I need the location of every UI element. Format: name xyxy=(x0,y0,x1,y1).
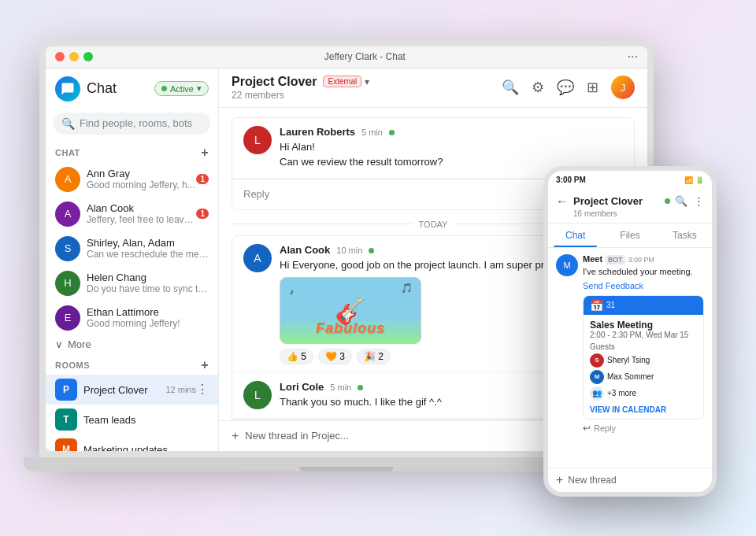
room-name: Marketing updates xyxy=(83,444,168,451)
room-info: Team leads xyxy=(83,412,209,427)
phone-header: ← Project Clover 🔍 ⋮ 16 members xyxy=(548,190,712,224)
chat-item-preview: Can we reschedule the meeti... xyxy=(87,249,209,260)
card-date: 31 xyxy=(606,301,615,309)
sidebar: Chat Active ▾ 🔍 Find people, rooms, bots… xyxy=(46,68,219,451)
online-indicator xyxy=(389,130,395,135)
phone-time: 3:00 PM xyxy=(556,176,586,184)
guests-label: Guests xyxy=(590,342,697,351)
phone-title-row: ← Project Clover 🔍 ⋮ xyxy=(556,194,704,209)
chat-icon[interactable]: 💬 xyxy=(557,79,574,96)
view-calendar-link[interactable]: VIEW IN CALENDAR xyxy=(590,405,697,414)
phone-member-count: 16 members xyxy=(556,209,704,218)
settings-icon[interactable]: ⚙ xyxy=(532,79,544,96)
message-avatar: L xyxy=(243,381,272,409)
close-button[interactable] xyxy=(55,52,65,61)
phone-status-icons: 📶 🔋 xyxy=(684,176,704,184)
send-feedback-link[interactable]: Send Feedback xyxy=(583,281,643,290)
chat-item-name: Alan Cook xyxy=(87,202,196,214)
add-chat-button[interactable]: + xyxy=(201,146,209,160)
new-thread-icon: + xyxy=(232,429,239,443)
message-sender: Alan Cook xyxy=(280,244,330,256)
chat-item-name: Shirley, Alan, Adam xyxy=(87,237,209,249)
reply-icon: ↩ xyxy=(583,423,591,434)
chat-header: Project Clover External ▾ 22 members 🔍 ⚙… xyxy=(219,68,647,108)
app-title: Chat xyxy=(87,80,117,97)
reaction-thumbs-up[interactable]: 👍 5 xyxy=(280,349,313,364)
chat-item-alan-cook[interactable]: A Alan Cook Jeffery, feel free to leave.… xyxy=(46,197,218,231)
more-chats-button[interactable]: ∨ More xyxy=(46,335,218,353)
window-menu[interactable]: ··· xyxy=(628,50,638,64)
avatar: A xyxy=(55,167,80,192)
status-badge[interactable]: Active ▾ xyxy=(154,81,209,96)
title-bar: Jeffery Clark - Chat ··· xyxy=(46,46,647,68)
room-info: Marketing updates xyxy=(83,442,209,451)
music-note-icon: 🎵 xyxy=(401,283,413,294)
room-info: Project Clover xyxy=(83,383,165,397)
guest-name: Sheryl Tsing xyxy=(607,356,650,364)
chat-item-shirley-group[interactable]: S Shirley, Alan, Adam Can we reschedule … xyxy=(46,231,218,266)
phone-online-dot xyxy=(665,198,670,204)
room-project-clover[interactable]: P Project Clover 12 mins ⋮ xyxy=(46,375,218,405)
phone-card-header: 📅 31 xyxy=(584,296,703,315)
message-sender: Lori Cole xyxy=(280,381,324,393)
phone-tab-files[interactable]: Files xyxy=(602,224,657,247)
phone-msg-text: I've scheduled your meeting. xyxy=(583,266,704,278)
unread-badge: 1 xyxy=(196,209,209,219)
new-thread-label: New thread in Projec... xyxy=(245,430,349,442)
room-icon: T xyxy=(55,408,77,431)
room-marketing[interactable]: M Marketing updates xyxy=(46,434,218,451)
reaction-heart[interactable]: 🧡 3 xyxy=(318,349,352,364)
phone-msg-sender: Meet xyxy=(583,254,602,264)
chat-item-ethan-lattimore[interactable]: E Ethan Lattimore Good morning Jeffery! xyxy=(46,301,218,335)
card-title: Sales Meeting xyxy=(590,320,697,331)
phone-reply-row: ↩ Reply xyxy=(583,420,704,437)
phone-message-bot: M Meet BOT 3:00 PM I've scheduled your m… xyxy=(556,254,704,437)
phone-messages[interactable]: M Meet BOT 3:00 PM I've scheduled your m… xyxy=(548,248,712,468)
message-text: Hi Alan!Can we review the result tomorro… xyxy=(280,139,623,170)
more-guests-icon: 👥 xyxy=(590,386,604,401)
phone-search-icon[interactable]: 🔍 xyxy=(675,195,687,207)
room-icon: P xyxy=(55,379,77,401)
back-icon[interactable]: ← xyxy=(556,194,569,209)
window-title: Jeffery Clark - Chat xyxy=(102,51,628,62)
maximize-button[interactable] xyxy=(83,52,93,61)
chat-item-helen-chang[interactable]: H Helen Chang Do you have time to sync t… xyxy=(46,266,218,301)
chat-item-name: Ann Gray xyxy=(87,168,196,179)
add-room-button[interactable]: + xyxy=(201,358,209,372)
chat-section-label: CHAT + xyxy=(46,141,218,162)
room-team-leads[interactable]: T Team leads xyxy=(46,405,218,434)
phone-room-name: Project Clover xyxy=(573,195,660,207)
user-avatar[interactable]: J xyxy=(611,76,635,99)
more-guests-count: +3 more xyxy=(607,389,636,397)
reaction-party[interactable]: 🎉 2 xyxy=(357,349,391,364)
avatar: S xyxy=(55,236,80,261)
grid-icon[interactable]: ⊞ xyxy=(587,79,598,96)
room-time: 12 mins xyxy=(165,385,196,394)
search-icon[interactable]: 🔍 xyxy=(502,79,519,96)
phone-new-thread-label[interactable]: New thread xyxy=(568,475,616,486)
chat-item-ann-gray[interactable]: A Ann Gray Good morning Jeffery, h... 1 xyxy=(46,162,218,197)
search-bar[interactable]: 🔍 Find people, rooms, bots xyxy=(54,113,210,135)
music-note-icon-2: ♪ xyxy=(290,287,294,296)
room-dropdown-icon[interactable]: ▾ xyxy=(365,76,369,87)
minimize-button[interactable] xyxy=(69,52,79,61)
chat-item-info: Ethan Lattimore Good morning Jeffery! xyxy=(87,306,209,329)
phone-card-body: Sales Meeting 2:00 - 2:30 PM, Wed Mar 15… xyxy=(584,315,703,419)
room-name: Project Clover xyxy=(83,384,148,396)
chat-item-info: Ann Gray Good morning Jeffery, h... xyxy=(87,168,196,190)
room-menu-icon[interactable]: ⋮ xyxy=(196,382,209,397)
message-avatar: L xyxy=(243,126,272,154)
room-title-section: Project Clover External ▾ 22 members xyxy=(232,75,369,101)
new-thread-plus-icon[interactable]: + xyxy=(556,473,563,487)
phone-status-bar: 3:00 PM 📶 🔋 xyxy=(548,171,712,190)
message-header: Lauren Roberts 5 min xyxy=(280,126,623,138)
room-title: Project Clover xyxy=(232,75,317,89)
phone-menu-icon[interactable]: ⋮ xyxy=(694,195,704,207)
search-input[interactable]: Find people, rooms, bots xyxy=(80,117,192,129)
chevron-down-icon: ▾ xyxy=(197,83,202,94)
phone-tab-chat[interactable]: Chat xyxy=(548,224,602,247)
more-guests: 👥 +3 more xyxy=(590,386,697,401)
rooms-section-label: ROOMS + xyxy=(46,353,218,375)
card-time: 2:00 - 2:30 PM, Wed Mar 15 xyxy=(590,331,697,339)
phone-tab-tasks[interactable]: Tasks xyxy=(658,224,712,247)
